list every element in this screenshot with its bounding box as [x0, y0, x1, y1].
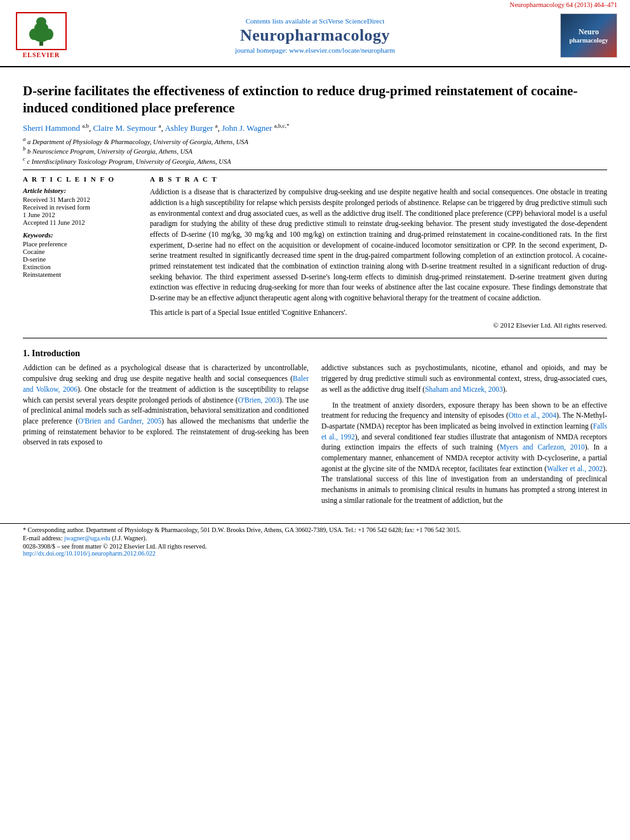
main-content: D-serine facilitates the effectiveness o…: [0, 67, 630, 517]
page-footer: * Corresponding author. Department of Ph…: [0, 523, 630, 557]
body-right-p1: addictive substances such as psychostimu…: [321, 363, 607, 394]
abstract-heading: A B S T R A C T: [150, 175, 607, 183]
homepage-prefix: journal homepage:: [235, 46, 289, 54]
journal-homepage: journal homepage: www.elsevier.com/locat…: [70, 46, 560, 54]
elsevier-logo: ELSEVIER: [13, 12, 70, 58]
keyword-place-preference: Place preference: [23, 241, 137, 248]
page-wrapper: Neuropharmacology 64 (2013) 464–471 ELSE…: [0, 0, 630, 557]
history-revised-date: 1 June 2012: [23, 211, 137, 218]
footnote-corresponding-text: * Corresponding author. Department of Ph…: [23, 526, 461, 533]
author-burger: Ashley Burger: [164, 123, 213, 133]
affiliation-b: b b Neuroscience Program, University of …: [23, 145, 607, 155]
logo-pharma-text: pharmacology: [569, 37, 608, 44]
svg-point-4: [29, 29, 38, 40]
abstract-text: Addiction is a disease that is character…: [150, 187, 607, 317]
ref-obrien[interactable]: O'Brien, 2003: [238, 396, 279, 404]
footnote-email-label: E-mail address:: [23, 535, 62, 542]
content-note-text: Contents lists available at: [246, 17, 318, 25]
keyword-cocaine: Cocaine: [23, 248, 137, 255]
ref-walker[interactable]: Walker et al., 2002: [547, 465, 603, 472]
footnote-email-address[interactable]: jwagner@uga.edu: [64, 535, 111, 542]
ref-obrien-gardner[interactable]: O'Brien and Gardner, 2005: [78, 417, 161, 425]
keywords-label: Keywords:: [23, 231, 137, 239]
footer-doi[interactable]: http://dx.doi.org/10.1016/j.neuropharm.2…: [23, 550, 206, 557]
article-info-heading: A R T I C L E I N F O: [23, 175, 137, 183]
footer-issn: 0028-3908/$ – see front matter © 2012 El…: [23, 543, 206, 557]
svg-point-3: [36, 17, 46, 26]
article-info-abstract-section: A R T I C L E I N F O Article history: R…: [23, 175, 607, 329]
journal-main-title: Neuropharmacology: [70, 26, 560, 45]
elsevier-tree-icon: [22, 15, 60, 47]
logo-neuro-text: Neuro: [579, 27, 599, 37]
body-col-right: addictive substances such as psychostimu…: [321, 363, 607, 510]
citation-bar: Neuropharmacology 64 (2013) 464–471: [0, 0, 630, 8]
body-left-p1: Addiction can be defined as a psychologi…: [23, 363, 309, 447]
affiliation-c: c c Interdisciplinary Toxicology Program…: [23, 156, 607, 165]
author-hammond: Sherri Hammond: [23, 123, 80, 133]
ref-otto[interactable]: Otto et al., 2004: [509, 411, 556, 419]
journal-header: Neuropharmacology 64 (2013) 464–471 ELSE…: [0, 0, 630, 67]
divider-top: [23, 170, 607, 170]
content-link: Contents lists available at SciVerse Sci…: [70, 17, 560, 25]
journal-logo-right: Neuro pharmacology: [560, 13, 617, 58]
affiliations: a a Department of Physiology & Pharmacol…: [23, 136, 607, 165]
footer-issn-text: 0028-3908/$ – see front matter © 2012 El…: [23, 543, 206, 550]
keyword-reinstatement: Reinstatement: [23, 271, 137, 278]
author-seymour: Claire M. Seymour: [93, 123, 156, 133]
ref-baler[interactable]: Baler and Volkow, 2006: [23, 375, 309, 393]
footnote-corresponding: * Corresponding author. Department of Ph…: [23, 526, 607, 533]
header-middle: ELSEVIER Contents lists available at Sci…: [0, 8, 630, 62]
author-wagner: John J. Wagner: [222, 123, 272, 133]
authors-line: Sherri Hammond a,b, Claire M. Seymour a,…: [23, 123, 607, 133]
body-section-intro: 1. Introduction Addiction can be defined…: [23, 349, 607, 510]
abstract-paragraph-1: Addiction is a disease that is character…: [150, 187, 607, 303]
history-received: Received 31 March 2012: [23, 196, 137, 203]
ref-shaham[interactable]: Shaham and Miczek, 2003: [425, 385, 503, 393]
svg-point-5: [44, 29, 53, 40]
keyword-dserine: D-serine: [23, 256, 137, 263]
abstract-paragraph-2: This article is part of a Special Issue …: [150, 307, 607, 318]
footer-bottom: 0028-3908/$ – see front matter © 2012 El…: [23, 543, 607, 557]
article-info-column: A R T I C L E I N F O Article history: R…: [23, 175, 137, 329]
keyword-extinction: Extinction: [23, 263, 137, 270]
body-two-col: Addiction can be defined as a psychologi…: [23, 363, 607, 510]
history-accepted: Accepted 11 June 2012: [23, 219, 137, 226]
affiliation-a: a a Department of Physiology & Pharmacol…: [23, 136, 607, 145]
ref-falls[interactable]: Falls et al., 1992: [321, 422, 607, 441]
elsevier-label-text: ELSEVIER: [23, 51, 60, 58]
footnote-email-line: E-mail address: jwagner@uga.edu (J.J. Wa…: [23, 535, 607, 542]
copyright-line: © 2012 Elsevier Ltd. All rights reserved…: [150, 321, 607, 329]
ref-myers[interactable]: Myers and Carlezon, 2010: [500, 443, 585, 451]
article-title: D-serine facilitates the effectiveness o…: [23, 83, 607, 117]
homepage-url[interactable]: www.elsevier.com/locate/neuropharm: [289, 46, 395, 54]
journal-title-center: Contents lists available at SciVerse Sci…: [70, 17, 560, 54]
sciverse-link[interactable]: SciVerse ScienceDirect: [319, 17, 384, 25]
elsevier-logo-box: [16, 12, 67, 50]
section1-heading: 1. Introduction: [23, 349, 607, 359]
citation-text: Neuropharmacology 64 (2013) 464–471: [510, 1, 617, 8]
body-right-p2: In the treatment of anxiety disorders, e…: [321, 400, 607, 506]
history-revised-label: Received in revised form: [23, 204, 137, 211]
divider-middle: [23, 338, 607, 338]
article-history-label: Article history:: [23, 187, 137, 194]
footnote-email-suffix: (J.J. Wagner).: [112, 535, 147, 542]
body-col-left: Addiction can be defined as a psychologi…: [23, 363, 309, 510]
abstract-column: A B S T R A C T Addiction is a disease t…: [150, 175, 607, 329]
